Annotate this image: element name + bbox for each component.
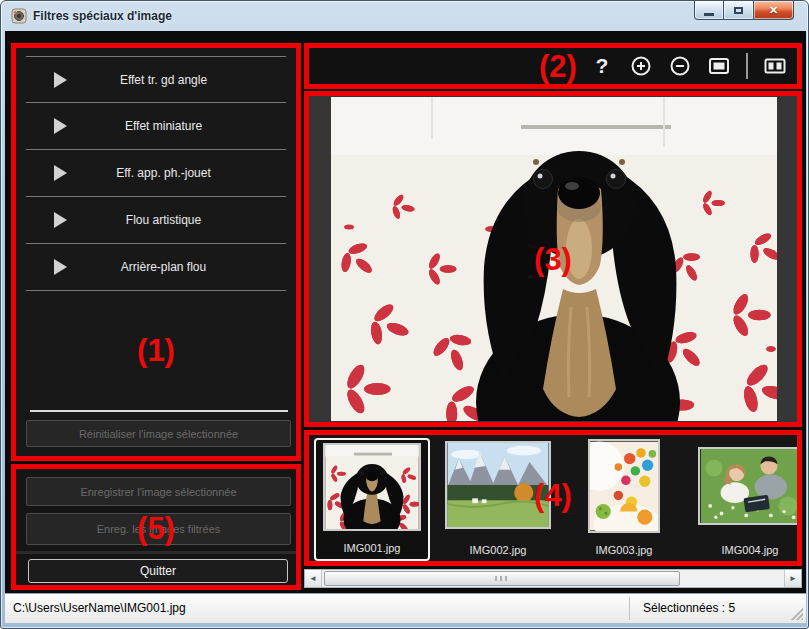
thumbnail-label: IMG003.jpg <box>596 541 653 561</box>
status-bar: C:\Users\UserName\IMG001.jpg Sélectionné… <box>5 593 806 623</box>
reset-selected-image-button[interactable]: Réinitialiser l'image sélectionnée <box>26 420 291 447</box>
thumbnail-label: IMG002.jpg <box>470 541 527 561</box>
thumbnail-image-4 <box>698 447 797 525</box>
divider <box>16 551 296 554</box>
filter-item-miniature[interactable]: Effet miniature <box>26 103 286 150</box>
compare-icon[interactable] <box>763 54 787 78</box>
toolbar-separator <box>746 53 748 79</box>
thumbnail-scrollbar[interactable]: ◄ ► <box>304 569 802 588</box>
minimize-button[interactable] <box>694 1 724 20</box>
help-icon[interactable]: ? <box>590 54 614 78</box>
quit-button[interactable]: Quitter <box>28 559 288 583</box>
status-file-path: C:\Users\UserName\IMG001.jpg <box>13 601 186 615</box>
scroll-right-arrow[interactable]: ► <box>784 570 801 587</box>
annotation-region-1: Effet tr. gd angle Effet miniature Eff. … <box>11 43 301 461</box>
close-icon: ✕ <box>769 4 778 17</box>
filter-list: Effet tr. gd angle Effet miniature Eff. … <box>26 48 286 291</box>
filter-item-blur-background[interactable]: Arrière-plan flou <box>26 244 286 291</box>
annotation-region-3: (3) <box>304 91 802 427</box>
thumbnail-image-2 <box>445 441 551 529</box>
status-divider <box>629 597 630 620</box>
maximize-icon <box>734 7 743 14</box>
thumbnail-item-4[interactable]: IMG004.jpg <box>692 438 797 561</box>
filter-item-toy-camera[interactable]: Eff. app. ph.-jouet <box>26 150 286 197</box>
zoom-in-icon[interactable] <box>629 54 653 78</box>
thumbnail-strip: IMG001.jpg <box>309 435 797 561</box>
play-icon <box>54 259 67 275</box>
filter-item-soft-focus[interactable]: Flou artistique <box>26 197 286 244</box>
annotation-1: (1) <box>137 334 175 365</box>
maximize-button[interactable] <box>724 1 754 20</box>
preview-image <box>331 97 777 421</box>
close-button[interactable]: ✕ <box>754 1 794 20</box>
annotation-region-2: ? (2) <box>304 43 802 89</box>
play-icon <box>54 165 67 181</box>
filters-dialog-window: Filtres spéciaux d'image ✕ Effet tr. gd … <box>0 0 809 629</box>
status-selection-count: Sélectionnées : 5 <box>643 601 735 615</box>
thumbnail-label: IMG001.jpg <box>344 539 401 559</box>
play-icon <box>54 72 67 88</box>
preview-toolbar: ? <box>309 48 797 84</box>
whole-image-view-icon[interactable] <box>707 54 731 78</box>
annotation-region-4: IMG001.jpg <box>304 430 802 566</box>
play-icon <box>54 118 67 134</box>
resize-grip-icon[interactable] <box>791 608 803 620</box>
scroll-left-arrow[interactable]: ◄ <box>305 570 322 587</box>
dialog-content: Effet tr. gd angle Effet miniature Eff. … <box>5 31 806 623</box>
zoom-out-icon[interactable] <box>668 54 692 78</box>
thumbnail-image-3 <box>588 439 660 533</box>
window-title: Filtres spéciaux d'image <box>33 9 172 23</box>
filter-item-wide-angle[interactable]: Effet tr. gd angle <box>26 56 286 103</box>
thumbnail-item-2[interactable]: IMG002.jpg <box>440 438 556 561</box>
thumbnail-image-1 <box>323 443 421 531</box>
titlebar: Filtres spéciaux d'image ✕ <box>1 1 808 31</box>
annotation-region-5: Enregistrer l'image sélectionnée Enreg. … <box>11 464 301 590</box>
minimize-icon <box>704 13 714 16</box>
play-icon <box>54 212 67 228</box>
thumbnail-label: IMG004.jpg <box>722 541 779 561</box>
app-icon <box>11 8 27 24</box>
save-selected-image-button[interactable]: Enregistrer l'image sélectionnée <box>26 477 291 506</box>
divider <box>30 410 288 412</box>
scrollbar-thumb[interactable] <box>324 571 680 586</box>
thumbnail-item-3[interactable]: IMG003.jpg <box>566 438 682 561</box>
save-filtered-images-button[interactable]: Enreg. les images filtrées <box>26 513 291 545</box>
thumbnail-item-1[interactable]: IMG001.jpg <box>314 438 430 561</box>
